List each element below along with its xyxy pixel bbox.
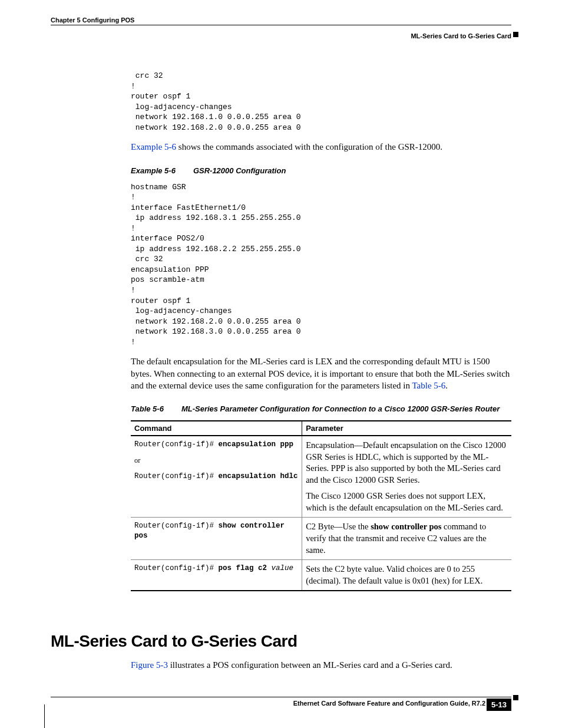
table-5-6-link[interactable]: Table 5-6	[412, 381, 445, 390]
paragraph-1-rest: shows the commands associated with the c…	[176, 142, 442, 151]
section-heading: ML-Series Card to G-Series Card	[51, 632, 297, 651]
running-header-left: Chapter 5 Configuring POS	[51, 17, 134, 24]
example-caption: Example 5-6 GSR-12000 Configuration	[131, 166, 511, 175]
parameter-cell-1: Encapsulation—Default encapsulation on t…	[302, 436, 511, 518]
table-row: Router(config-if)# encapsulation ppp or …	[131, 436, 511, 518]
figure-5-3-link[interactable]: Figure 5-3	[131, 660, 168, 670]
command-cell-2: Router(config-if)# show controller pos	[131, 518, 302, 560]
footer-marker-icon	[513, 695, 518, 700]
section-body: Figure 5-3 illustrates a POS configurati…	[131, 659, 511, 681]
parameter-table: Command Parameter Router(config-if)# enc…	[131, 420, 511, 591]
paragraph-2-end: .	[445, 381, 448, 390]
parameter-cell-2: C2 Byte—Use the show controller pos comm…	[302, 518, 511, 560]
example-caption-label: Example 5-6	[131, 166, 176, 175]
header-rule	[51, 25, 511, 25]
table-header-command: Command	[131, 421, 302, 436]
footer-guide-title: Ethernet Card Software Feature and Confi…	[293, 700, 485, 707]
paragraph-2-text: The default encapsulation for the ML-Ser…	[131, 357, 510, 390]
config-code-block-1: crc 32 ! router ospf 1 log-adjacency-cha…	[131, 71, 511, 133]
table-row: Router(config-if)# pos flag c2 value Set…	[131, 560, 511, 591]
paragraph-3-rest: illustrates a POS configuration between …	[168, 660, 452, 670]
command-cell-3: Router(config-if)# pos flag c2 value	[131, 560, 302, 591]
example-caption-text: GSR-12000 Configuration	[193, 166, 286, 175]
table-caption-text: ML-Series Parameter Configuration for Co…	[181, 404, 500, 413]
command-cell-1: Router(config-if)# encapsulation ppp or …	[131, 436, 302, 518]
running-header-right: ML-Series Card to G-Series Card	[411, 32, 511, 39]
table-row: Router(config-if)# show controller pos C…	[131, 518, 511, 560]
paragraph-3: Figure 5-3 illustrates a POS configurati…	[131, 659, 511, 671]
example-5-6-link[interactable]: Example 5-6	[131, 142, 176, 151]
header-marker-icon	[513, 32, 518, 37]
left-margin-rule	[44, 704, 45, 728]
page-number: 5-13	[487, 699, 511, 711]
table-caption: Table 5-6 ML-Series Parameter Configurat…	[131, 404, 511, 413]
paragraph-1: Example 5-6 shows the commands associate…	[131, 141, 511, 153]
paragraph-2: The default encapsulation for the ML-Ser…	[131, 355, 511, 391]
config-code-block-2: hostname GSR ! interface FastEthernet1/0…	[131, 182, 511, 348]
footer-rule	[51, 697, 511, 697]
table-caption-label: Table 5-6	[131, 404, 164, 413]
main-content: crc 32 ! router ospf 1 log-adjacency-cha…	[131, 71, 511, 591]
parameter-cell-3: Sets the C2 byte value. Valid choices ar…	[302, 560, 511, 591]
table-header-parameter: Parameter	[302, 421, 511, 436]
